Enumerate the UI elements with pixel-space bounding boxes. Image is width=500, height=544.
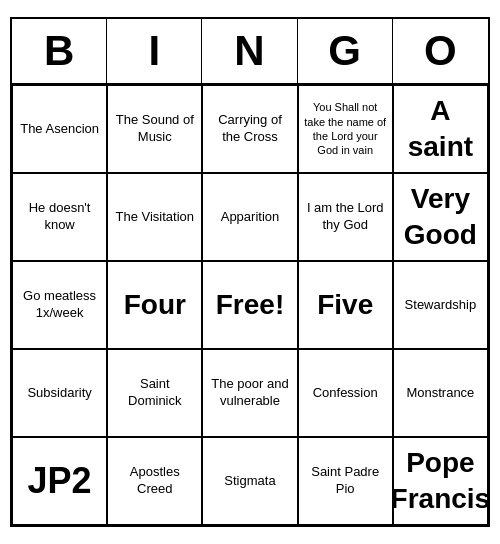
bingo-cell: Very Good [393,173,488,261]
bingo-cell: The poor and vulnerable [202,349,297,437]
bingo-cell: Go meatless 1x/week [12,261,107,349]
header-letter: B [12,19,107,83]
bingo-cell: The Sound of Music [107,85,202,173]
bingo-cell: I am the Lord thy God [298,173,393,261]
bingo-cell: Stigmata [202,437,297,525]
bingo-cell: Saint Padre Pio [298,437,393,525]
bingo-cell: The Asencion [12,85,107,173]
bingo-cell: Free! [202,261,297,349]
bingo-cell: Confession [298,349,393,437]
bingo-cell: Apostles Creed [107,437,202,525]
header-letter: G [298,19,393,83]
bingo-cell: He doesn't know [12,173,107,261]
bingo-cell: Stewardship [393,261,488,349]
bingo-cell: Pope Francis [393,437,488,525]
bingo-cell: The Visitation [107,173,202,261]
bingo-cell: A saint [393,85,488,173]
bingo-cell: Saint Dominick [107,349,202,437]
bingo-cell: JP2 [12,437,107,525]
bingo-header: BINGO [12,19,488,85]
bingo-card: BINGO The AsencionThe Sound of MusicCarr… [10,17,490,527]
bingo-cell: Five [298,261,393,349]
bingo-cell: Subsidarity [12,349,107,437]
bingo-cell: Apparition [202,173,297,261]
header-letter: O [393,19,488,83]
bingo-grid: The AsencionThe Sound of MusicCarrying o… [12,85,488,525]
header-letter: N [202,19,297,83]
bingo-cell: Carrying of the Cross [202,85,297,173]
bingo-cell: You Shall not take the name of the Lord … [298,85,393,173]
bingo-cell: Monstrance [393,349,488,437]
bingo-cell: Four [107,261,202,349]
header-letter: I [107,19,202,83]
